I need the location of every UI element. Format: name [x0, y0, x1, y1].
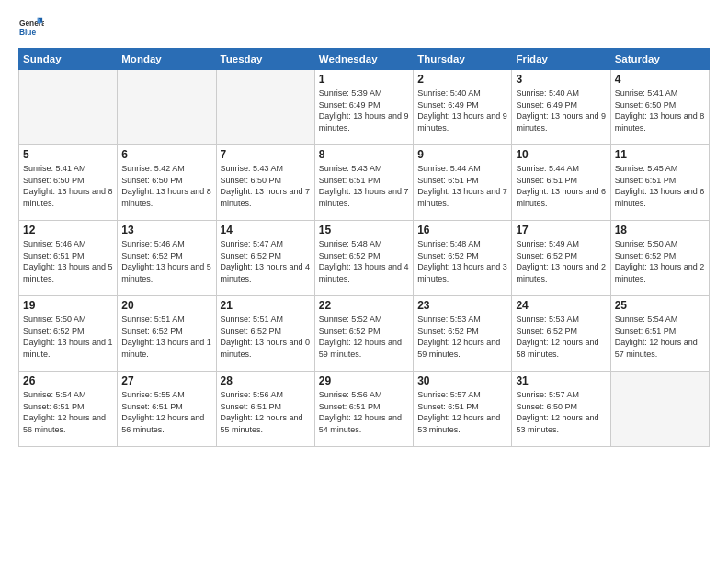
- day-number: 1: [319, 73, 409, 86]
- svg-text:Blue: Blue: [19, 28, 36, 37]
- day-number: 24: [516, 299, 606, 312]
- header: General Blue: [18, 15, 710, 40]
- day-detail: Sunrise: 5:44 AM Sunset: 6:51 PM Dayligh…: [516, 163, 606, 209]
- day-detail: Sunrise: 5:51 AM Sunset: 6:52 PM Dayligh…: [221, 314, 311, 360]
- calendar-cell: 28 Sunrise: 5:56 AM Sunset: 6:51 PM Dayl…: [216, 372, 314, 447]
- day-detail: Sunrise: 5:46 AM Sunset: 6:51 PM Dayligh…: [23, 238, 113, 284]
- day-detail: Sunrise: 5:54 AM Sunset: 6:51 PM Dayligh…: [23, 389, 113, 435]
- day-detail: Sunrise: 5:39 AM Sunset: 6:49 PM Dayligh…: [319, 87, 409, 133]
- weekday-header: Wednesday: [314, 49, 413, 70]
- weekday-row: SundayMondayTuesdayWednesdayThursdayFrid…: [19, 49, 710, 70]
- day-detail: Sunrise: 5:43 AM Sunset: 6:51 PM Dayligh…: [319, 163, 409, 209]
- day-number: 7: [221, 148, 311, 161]
- calendar-cell: 30 Sunrise: 5:57 AM Sunset: 6:51 PM Dayl…: [414, 372, 512, 447]
- calendar-cell: 8 Sunrise: 5:43 AM Sunset: 6:51 PM Dayli…: [314, 145, 413, 221]
- weekday-header: Monday: [118, 49, 216, 70]
- day-number: 2: [417, 73, 507, 86]
- calendar-cell: [118, 70, 216, 145]
- calendar-cell: 13 Sunrise: 5:46 AM Sunset: 6:52 PM Dayl…: [118, 221, 216, 296]
- logo-icon: General Blue: [18, 15, 44, 40]
- calendar-cell: 23 Sunrise: 5:53 AM Sunset: 6:52 PM Dayl…: [414, 296, 512, 372]
- day-detail: Sunrise: 5:57 AM Sunset: 6:50 PM Dayligh…: [516, 389, 606, 435]
- day-detail: Sunrise: 5:54 AM Sunset: 6:51 PM Dayligh…: [615, 314, 705, 360]
- calendar-cell: 12 Sunrise: 5:46 AM Sunset: 6:51 PM Dayl…: [19, 221, 118, 296]
- calendar-body: 1 Sunrise: 5:39 AM Sunset: 6:49 PM Dayli…: [19, 70, 710, 447]
- calendar-cell: 26 Sunrise: 5:54 AM Sunset: 6:51 PM Dayl…: [19, 372, 118, 447]
- weekday-header: Tuesday: [216, 49, 314, 70]
- calendar-cell: 31 Sunrise: 5:57 AM Sunset: 6:50 PM Dayl…: [512, 372, 610, 447]
- calendar-cell: 24 Sunrise: 5:53 AM Sunset: 6:52 PM Dayl…: [512, 296, 610, 372]
- day-number: 22: [319, 299, 409, 312]
- calendar-week-row: 12 Sunrise: 5:46 AM Sunset: 6:51 PM Dayl…: [19, 221, 710, 296]
- calendar-week-row: 1 Sunrise: 5:39 AM Sunset: 6:49 PM Dayli…: [19, 70, 710, 145]
- day-number: 3: [516, 73, 606, 86]
- day-detail: Sunrise: 5:40 AM Sunset: 6:49 PM Dayligh…: [417, 87, 507, 133]
- day-number: 5: [23, 148, 113, 161]
- day-number: 19: [23, 299, 113, 312]
- day-number: 20: [121, 299, 211, 312]
- day-detail: Sunrise: 5:56 AM Sunset: 6:51 PM Dayligh…: [319, 389, 409, 435]
- day-number: 10: [516, 148, 606, 161]
- day-number: 18: [615, 224, 705, 236]
- calendar-cell: 7 Sunrise: 5:43 AM Sunset: 6:50 PM Dayli…: [216, 145, 314, 221]
- calendar-cell: 29 Sunrise: 5:56 AM Sunset: 6:51 PM Dayl…: [314, 372, 413, 447]
- calendar-cell: 5 Sunrise: 5:41 AM Sunset: 6:50 PM Dayli…: [19, 145, 118, 221]
- day-detail: Sunrise: 5:44 AM Sunset: 6:51 PM Dayligh…: [417, 163, 507, 209]
- calendar-cell: 15 Sunrise: 5:48 AM Sunset: 6:52 PM Dayl…: [314, 221, 413, 296]
- day-detail: Sunrise: 5:46 AM Sunset: 6:52 PM Dayligh…: [121, 238, 211, 284]
- day-number: 23: [417, 299, 507, 312]
- calendar-cell: 19 Sunrise: 5:50 AM Sunset: 6:52 PM Dayl…: [19, 296, 118, 372]
- weekday-header: Sunday: [19, 49, 118, 70]
- day-number: 21: [221, 299, 311, 312]
- calendar-week-row: 5 Sunrise: 5:41 AM Sunset: 6:50 PM Dayli…: [19, 145, 710, 221]
- weekday-header: Friday: [512, 49, 610, 70]
- day-number: 30: [417, 374, 507, 387]
- day-number: 14: [221, 224, 311, 236]
- day-detail: Sunrise: 5:53 AM Sunset: 6:52 PM Dayligh…: [417, 314, 507, 360]
- day-number: 17: [516, 224, 606, 236]
- calendar-week-row: 19 Sunrise: 5:50 AM Sunset: 6:52 PM Dayl…: [19, 296, 710, 372]
- calendar-cell: 10 Sunrise: 5:44 AM Sunset: 6:51 PM Dayl…: [512, 145, 610, 221]
- calendar-cell: 16 Sunrise: 5:48 AM Sunset: 6:52 PM Dayl…: [414, 221, 512, 296]
- calendar-cell: [19, 70, 118, 145]
- day-number: 9: [417, 148, 507, 161]
- logo: General Blue: [18, 15, 48, 40]
- calendar-cell: 25 Sunrise: 5:54 AM Sunset: 6:51 PM Dayl…: [610, 296, 709, 372]
- calendar-cell: 1 Sunrise: 5:39 AM Sunset: 6:49 PM Dayli…: [314, 70, 413, 145]
- day-detail: Sunrise: 5:43 AM Sunset: 6:50 PM Dayligh…: [221, 163, 311, 209]
- day-detail: Sunrise: 5:52 AM Sunset: 6:52 PM Dayligh…: [319, 314, 409, 360]
- day-number: 29: [319, 374, 409, 387]
- day-detail: Sunrise: 5:42 AM Sunset: 6:50 PM Dayligh…: [121, 163, 211, 209]
- day-detail: Sunrise: 5:40 AM Sunset: 6:49 PM Dayligh…: [516, 87, 606, 133]
- calendar-cell: 14 Sunrise: 5:47 AM Sunset: 6:52 PM Dayl…: [216, 221, 314, 296]
- calendar-cell: 11 Sunrise: 5:45 AM Sunset: 6:51 PM Dayl…: [610, 145, 709, 221]
- day-number: 31: [516, 374, 606, 387]
- day-number: 15: [319, 224, 409, 236]
- calendar-cell: [610, 372, 709, 447]
- day-number: 25: [615, 299, 705, 312]
- calendar-cell: 2 Sunrise: 5:40 AM Sunset: 6:49 PM Dayli…: [414, 70, 512, 145]
- day-number: 11: [615, 148, 705, 161]
- weekday-header: Thursday: [414, 49, 512, 70]
- weekday-header: Saturday: [610, 49, 709, 70]
- day-detail: Sunrise: 5:50 AM Sunset: 6:52 PM Dayligh…: [23, 314, 113, 360]
- calendar-cell: 9 Sunrise: 5:44 AM Sunset: 6:51 PM Dayli…: [414, 145, 512, 221]
- calendar-cell: 4 Sunrise: 5:41 AM Sunset: 6:50 PM Dayli…: [610, 70, 709, 145]
- calendar-cell: 17 Sunrise: 5:49 AM Sunset: 6:52 PM Dayl…: [512, 221, 610, 296]
- day-number: 27: [121, 374, 211, 387]
- day-detail: Sunrise: 5:55 AM Sunset: 6:51 PM Dayligh…: [121, 389, 211, 435]
- day-detail: Sunrise: 5:47 AM Sunset: 6:52 PM Dayligh…: [221, 238, 311, 284]
- day-number: 28: [221, 374, 311, 387]
- day-number: 4: [615, 73, 705, 86]
- calendar-cell: 20 Sunrise: 5:51 AM Sunset: 6:52 PM Dayl…: [118, 296, 216, 372]
- day-detail: Sunrise: 5:45 AM Sunset: 6:51 PM Dayligh…: [615, 163, 705, 209]
- day-detail: Sunrise: 5:49 AM Sunset: 6:52 PM Dayligh…: [516, 238, 606, 284]
- day-number: 6: [121, 148, 211, 161]
- calendar-cell: 27 Sunrise: 5:55 AM Sunset: 6:51 PM Dayl…: [118, 372, 216, 447]
- day-detail: Sunrise: 5:48 AM Sunset: 6:52 PM Dayligh…: [319, 238, 409, 284]
- day-detail: Sunrise: 5:51 AM Sunset: 6:52 PM Dayligh…: [121, 314, 211, 360]
- calendar-cell: 21 Sunrise: 5:51 AM Sunset: 6:52 PM Dayl…: [216, 296, 314, 372]
- calendar-cell: 22 Sunrise: 5:52 AM Sunset: 6:52 PM Dayl…: [314, 296, 413, 372]
- day-number: 16: [417, 224, 507, 236]
- page: General Blue SundayMondayTuesdayWednesda…: [0, 0, 728, 563]
